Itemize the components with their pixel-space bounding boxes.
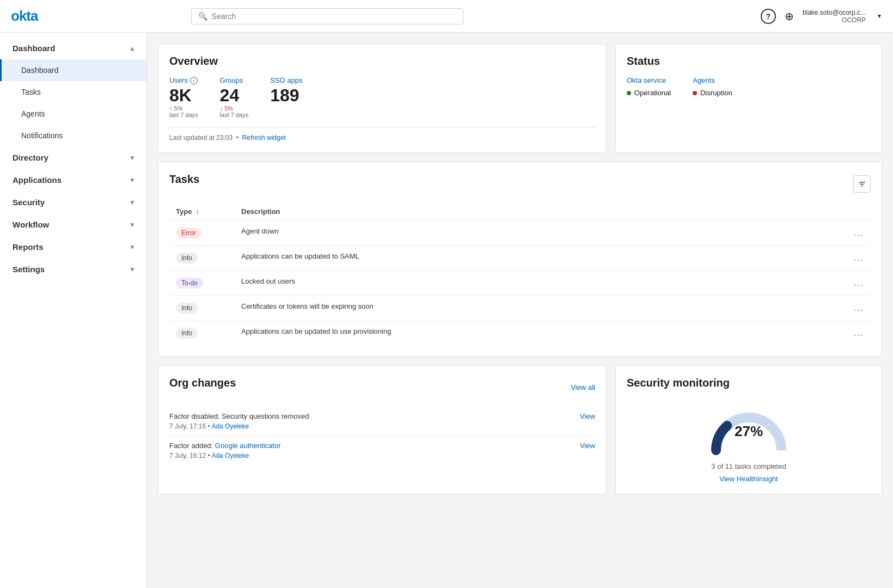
org-entry-main: Factor added: Google authenticator View [169,442,595,450]
task-type-cell: Info [169,321,235,346]
sidebar-item-workflow[interactable]: Workflow ▼ [0,213,146,236]
org-entry-author-link[interactable]: Ada Oyeleke [211,422,249,430]
groups-stat: Groups 24 ↓ 5% last 7 days [220,76,249,118]
org-entry-author-link[interactable]: Ada Oyeleke [211,452,249,460]
org-change-entry: Factor disabled: Security questions remo… [169,407,595,436]
sidebar-item-applications[interactable]: Applications ▼ [0,169,146,191]
refresh-widget-link[interactable]: Refresh widget [242,134,286,142]
task-ellipsis-button[interactable]: … [853,277,864,289]
org-change-entry: Factor added: Google authenticator View … [169,436,595,465]
groups-link[interactable]: Groups [220,76,243,84]
okta-service-label: Okta service [627,76,671,84]
sidebar-agents-label: Agents [21,109,45,118]
security-sub-text: 3 of 11 tasks completed [711,462,786,470]
directory-caret-icon: ▼ [129,154,136,162]
table-row: Info Applications can be updated to use … [169,321,871,346]
table-row: Info Applications can be updated to SAML… [169,246,871,271]
org-changes-card: Org changes View all Factor disabled: Se… [158,365,607,494]
nav-right: ? ⊕ blake.soto@ocorp.c... OCORP ▼ [761,9,882,24]
org-entry-view-link[interactable]: View [580,412,595,420]
tasks-card: Tasks Type ↕ Description Error Agent dow… [158,162,882,357]
users-link[interactable]: Users [169,76,188,84]
sidebar-item-tasks[interactable]: Tasks [0,81,146,103]
task-ellipsis-button[interactable]: … [853,327,864,339]
task-type-badge: Info [176,328,198,339]
task-type-badge: Error [176,228,201,238]
filter-button[interactable] [853,175,871,193]
help-button[interactable]: ? [761,9,776,24]
org-entry-meta: 7 July, 17:16 • Ada Oyeleke [169,422,595,430]
task-description-cell: Agent down … [235,220,871,246]
sidebar-item-notifications[interactable]: Notifications [0,125,146,146]
logo-text: okta [11,8,38,24]
sidebar-applications-label: Applications [13,175,62,185]
applications-caret-icon: ▼ [129,176,136,184]
tasks-header: Tasks [169,173,871,194]
okta-status-dot [627,91,631,95]
status-title: Status [627,55,871,68]
org-entry-link[interactable]: Google authenticator [215,442,281,450]
org-entry-view-link[interactable]: View [580,442,595,450]
filter-icon [858,180,866,188]
user-caret-icon: ▼ [877,13,882,19]
search-input[interactable] [212,12,456,21]
org-changes-title: Org changes [169,377,236,389]
view-healthinsight-link[interactable]: View HealthInsight [719,475,778,483]
task-type-badge: Info [176,303,198,314]
task-ellipsis-button[interactable]: … [853,302,864,314]
users-label: Users i [169,76,198,84]
overview-card: Overview Users i 8K ↑ 5% last 7 days Gro… [158,44,607,153]
task-type-badge: Info [176,253,198,264]
task-type-cell: Info [169,296,235,321]
sidebar-tasks-label: Tasks [21,88,41,96]
svg-rect-2 [861,186,863,187]
users-value: 8K [169,87,198,104]
user-org: OCORP [842,16,866,24]
users-info-icon: i [190,77,198,84]
donut-chart: 27% [705,407,792,456]
security-monitoring-title: Security monitoring [627,377,871,389]
sidebar-item-agents[interactable]: Agents [0,103,146,125]
sidebar-dashboard-label: Dashboard [13,44,55,53]
org-entry-text: Factor added: Google authenticator [169,442,281,450]
okta-status-text: Operational [634,89,671,97]
sidebar-item-security[interactable]: Security ▼ [0,191,146,213]
apps-icon[interactable]: ⊕ [785,10,794,23]
task-type-cell: Error [169,220,235,246]
task-description-cell: Applications can be updated to use provi… [235,321,871,346]
task-type-badge: To-do [176,278,203,289]
sidebar-item-directory[interactable]: Directory ▼ [0,146,146,169]
overview-title: Overview [169,55,595,68]
sidebar-item-dashboard[interactable]: Dashboard [0,59,146,81]
groups-value: 24 [220,87,249,104]
task-ellipsis-button[interactable]: … [853,252,864,264]
users-stat: Users i 8K ↑ 5% last 7 days [169,76,198,118]
org-header: Org changes View all [169,377,595,398]
groups-label: Groups [220,76,249,84]
sso-link[interactable]: SSO apps [270,76,302,84]
sso-value: 189 [270,87,302,104]
user-menu[interactable]: blake.soto@ocorp.c... OCORP [803,9,866,24]
security-caret-icon: ▼ [129,199,136,206]
sidebar-item-settings[interactable]: Settings ▼ [0,258,146,280]
sidebar-reports-label: Reports [13,242,44,252]
status-okta-col: Okta service Operational [627,76,671,97]
task-ellipsis-button[interactable]: … [853,227,864,238]
sidebar-workflow-label: Workflow [13,220,49,229]
sidebar-directory-label: Directory [13,153,48,162]
workflow-caret-icon: ▼ [129,221,136,229]
sidebar-item-reports[interactable]: Reports ▼ [0,236,146,258]
view-all-link[interactable]: View all [571,383,595,391]
agents-status-row: Disruption [693,89,732,97]
table-row: Info Certificates or tokens will be expi… [169,296,871,321]
last-updated: Last updated at 23:03 • Refresh widget [169,127,595,142]
status-card: Status Okta service Operational Agen [615,44,882,153]
tasks-table: Type ↕ Description Error Agent down … In… [169,203,871,345]
agents-status-dot [693,91,697,95]
task-type-cell: To-do [169,271,235,296]
agents-label: Agents [693,76,732,84]
sidebar-notifications-label: Notifications [21,131,63,140]
status-cols: Okta service Operational Agents [627,76,871,97]
sidebar-item-dashboard-group[interactable]: Dashboard ▲ [0,37,146,59]
groups-change: ↓ 5% [220,105,249,112]
